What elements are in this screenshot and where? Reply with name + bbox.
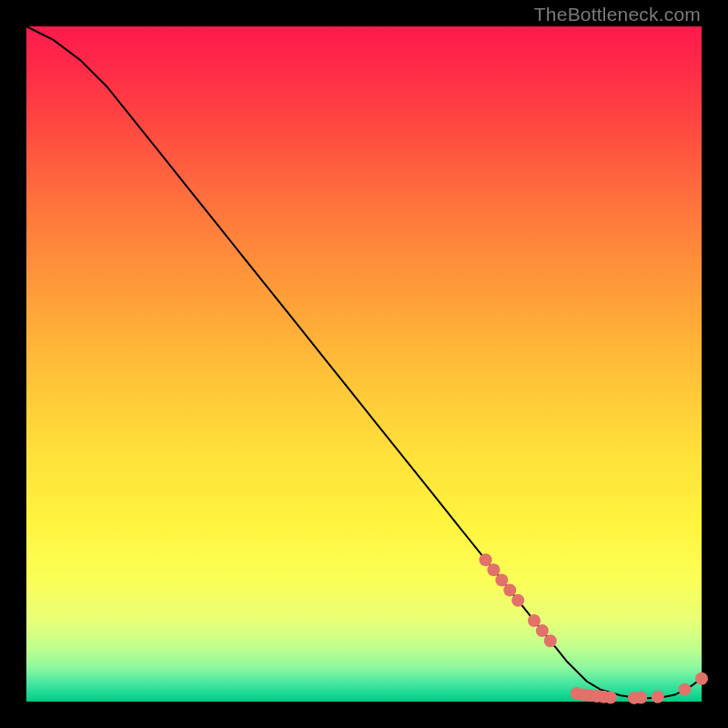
- data-point: [511, 594, 524, 607]
- data-point: [503, 584, 516, 597]
- chart-overlay: [26, 26, 702, 702]
- data-point: [536, 624, 549, 637]
- chart-frame: TheBottleneck.com: [0, 0, 728, 728]
- curve-line: [26, 26, 702, 698]
- data-point: [634, 692, 647, 704]
- data-point: [695, 672, 708, 685]
- data-point: [528, 614, 541, 627]
- curve-markers: [480, 553, 708, 704]
- plot-area: [26, 26, 702, 702]
- data-point: [480, 553, 492, 566]
- data-point: [678, 683, 691, 696]
- data-point: [652, 691, 664, 703]
- data-point: [604, 692, 617, 704]
- watermark-text: TheBottleneck.com: [534, 4, 701, 25]
- data-point: [544, 634, 557, 647]
- data-point: [495, 573, 508, 586]
- data-point: [487, 563, 500, 576]
